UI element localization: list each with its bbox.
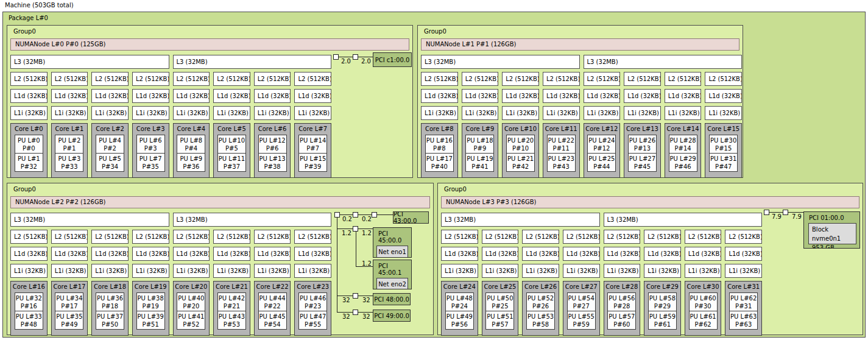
- pu-physical-label: P#45: [629, 163, 656, 171]
- link-speed-label: 7.9: [792, 213, 802, 220]
- link-speed-label: 1.2: [362, 260, 372, 267]
- l1d-cache-box: L1d (32KB): [665, 89, 702, 103]
- link-speed-label: 0.2: [342, 216, 352, 222]
- pu-physical-label: P#40: [426, 163, 453, 171]
- block-device-box: Block nvme0n1 953 GB: [808, 223, 856, 244]
- pu-logical-label: PU L#16: [426, 136, 453, 144]
- pu-physical-label: P#10: [507, 144, 534, 152]
- core-box: Core L#14PU L#28P#14PU L#29P#46: [665, 123, 702, 178]
- pu-box: PU L#29P#46: [669, 153, 697, 172]
- pu-box: PU L#21P#42: [506, 153, 535, 172]
- link-speed-label: 32: [362, 313, 370, 320]
- link-speed-label: 2.0: [341, 58, 351, 65]
- l1i-cache-box: L1i (32KB): [543, 106, 580, 120]
- pu-physical-label: P#12: [588, 144, 615, 152]
- pu-physical-label: P#42: [507, 163, 534, 171]
- bridge-square-icon: [764, 210, 769, 215]
- pu-stack: PU L#18P#9PU L#19P#41: [465, 135, 494, 172]
- l1i-cache-box: L1i (32KB): [705, 106, 742, 120]
- pu-physical-label: P#8: [426, 144, 453, 152]
- cache-core-grid: L3 (32MB)L3 (32MB)L2 (512KB)L2 (512KB)L2…: [421, 55, 742, 178]
- l2-cache-box: L2 (512KB): [421, 72, 458, 86]
- l2-cache-box: L2 (512KB): [462, 72, 499, 86]
- pci-device-label: PCI 01:00.0: [804, 212, 859, 221]
- pci-link-tree: 0.2 0.2 PCI 43:00.0 1.2 1.2 PCI 45:00.0 …: [7, 183, 433, 335]
- pu-physical-label: P#46: [669, 163, 697, 171]
- pu-logical-label: PU L#21: [507, 155, 534, 163]
- pu-logical-label: PU L#26: [629, 136, 656, 144]
- pu-logical-label: PU L#18: [466, 136, 493, 144]
- link-line: [334, 214, 393, 215]
- pu-logical-label: PU L#30: [710, 136, 737, 144]
- pu-logical-label: PU L#22: [548, 136, 575, 144]
- core-box: Core L#8PU L#16P#8PU L#17P#40: [421, 123, 458, 178]
- pci-device-box: PCI 43:00.0: [393, 211, 429, 224]
- core-label: Core L#15: [705, 126, 741, 132]
- pu-stack: PU L#16P#8PU L#17P#40: [425, 135, 454, 172]
- pu-box: PU L#24P#12: [587, 135, 616, 154]
- package: Package L#0 Group0 NUMANode L#0 P#0 (125…: [2, 12, 866, 338]
- pu-logical-label: PU L#23: [548, 155, 575, 163]
- package-label: Package L#0: [9, 15, 48, 21]
- pu-stack: PU L#24P#12PU L#25P#44: [587, 135, 616, 172]
- pu-box: PU L#28P#14: [669, 135, 697, 154]
- pu-box: PU L#26P#13: [628, 135, 657, 154]
- pu-physical-label: P#9: [466, 144, 493, 152]
- network-device-box: Net eno1: [376, 246, 408, 258]
- core-label: Core L#14: [665, 126, 701, 132]
- pci-device-box: PCI 49:00.0: [373, 310, 411, 322]
- link-line: [356, 232, 356, 267]
- l1d-cache-box: L1d (32KB): [584, 89, 621, 103]
- link-speed-label: 0.2: [362, 216, 372, 222]
- pu-physical-label: P#11: [548, 144, 575, 152]
- l3-cache-box: L3 (32MB): [584, 55, 743, 69]
- core-label: Core L#8: [422, 126, 457, 132]
- pci-device-box: PCI 45:00.1 Net eno2: [373, 260, 412, 289]
- l2-cache-box: L2 (512KB): [624, 72, 661, 86]
- pu-box: PU L#20P#10: [506, 135, 535, 154]
- pu-box: PU L#16P#8: [425, 135, 454, 154]
- pu-logical-label: PU L#25: [588, 155, 615, 163]
- pu-logical-label: PU L#27: [629, 155, 656, 163]
- bridge-square-icon: [334, 212, 340, 218]
- group-0: Group0 NUMANode L#0 P#0 (125GB) L3 (32MB…: [7, 25, 413, 178]
- core-box: Core L#13PU L#26P#13PU L#27P#45: [624, 123, 661, 178]
- core-box: Core L#9PU L#18P#9PU L#19P#41: [462, 123, 499, 178]
- pci-device-box: PCI 48:00.0: [373, 293, 411, 305]
- link-line: [337, 217, 337, 313]
- link-speed-label: 7.9: [772, 213, 782, 220]
- l1i-cache-box: L1i (32KB): [502, 106, 539, 120]
- core-box: Core L#12PU L#24P#12PU L#25P#44: [584, 123, 621, 178]
- pu-box: PU L#22P#11: [547, 135, 576, 154]
- pu-physical-label: P#44: [588, 163, 615, 171]
- bridge-square-icon: [353, 226, 358, 232]
- l1i-cache-box: L1i (32KB): [421, 106, 458, 120]
- pu-logical-label: PU L#29: [669, 155, 697, 163]
- pci-link-tree: 7.9 7.9 PCI 01:00.0 Block nvme0n1 953 GB: [438, 183, 863, 335]
- l2-cache-box: L2 (512KB): [543, 72, 580, 86]
- pu-box: PU L#18P#9: [465, 135, 494, 154]
- pu-box: PU L#27P#45: [628, 153, 657, 172]
- bridge-square-icon: [353, 54, 358, 60]
- group-1: Group0 NUMANode L#1 P#1 (126GB) L3 (32MB…: [417, 25, 743, 178]
- pu-stack: PU L#26P#13PU L#27P#45: [628, 135, 657, 172]
- pu-logical-label: PU L#28: [669, 136, 697, 144]
- pu-physical-label: P#14: [669, 144, 697, 152]
- pci-device-label: PCI 45:00.0: [373, 228, 411, 244]
- pu-stack: PU L#30P#15PU L#31P#47: [709, 135, 738, 172]
- pu-logical-label: PU L#19: [466, 155, 493, 163]
- pu-physical-label: P#47: [710, 163, 737, 171]
- l1d-cache-box: L1d (32KB): [624, 89, 661, 103]
- l1d-cache-box: L1d (32KB): [705, 89, 742, 103]
- l1d-cache-box: L1d (32KB): [502, 89, 539, 103]
- l1i-cache-box: L1i (32KB): [665, 106, 702, 120]
- core-label: Core L#10: [503, 126, 538, 132]
- block-device-name: Block nvme0n1: [812, 225, 856, 243]
- core-box: Core L#11PU L#22P#11PU L#23P#43: [543, 123, 580, 178]
- l2-cache-box: L2 (512KB): [705, 72, 742, 86]
- bridge-square-icon: [333, 54, 339, 60]
- core-label: Core L#13: [624, 126, 660, 132]
- pci-link-tree: 2.0 2.0 PCI c1:00.0: [7, 26, 412, 177]
- pu-box: PU L#31P#47: [709, 153, 738, 172]
- bridge-square-icon: [353, 293, 358, 299]
